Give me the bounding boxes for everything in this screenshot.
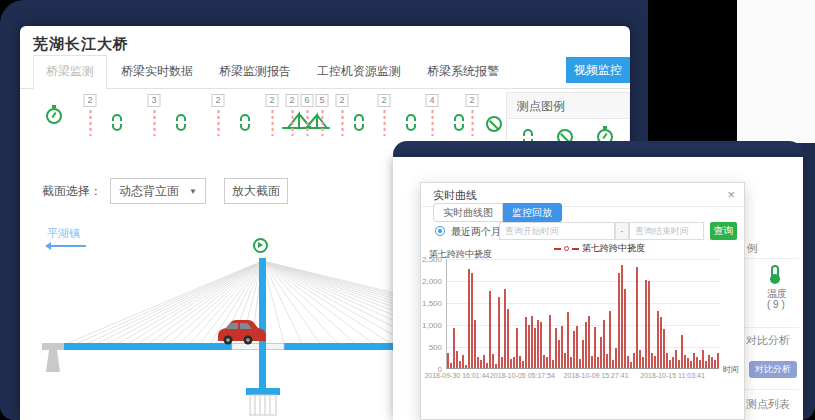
chart-bar [513,357,515,368]
sensor-count-badge[interactable]: 2 [336,94,349,107]
chart-bar [567,312,569,368]
sensor-point[interactable]: 2 [286,94,299,136]
sensor-dash-line [341,110,343,136]
chart-bar [594,327,596,368]
dialog-tab-实时曲线图[interactable]: 实时曲线图 [433,203,503,222]
sensor-dash-line [383,110,385,136]
sensor-dash-line [471,110,473,136]
tower-pier-columns [250,395,276,415]
y-tick-label: 500 [421,343,442,352]
query-end-input[interactable] [629,222,704,240]
chart-bar [678,360,680,368]
video-monitor-button[interactable]: 视频监控 [566,57,630,83]
chart-bar [504,289,506,368]
sensor-count-badge[interactable]: 2 [466,94,479,107]
chart-bar [585,322,587,368]
chart-bar [528,325,530,368]
sensor-count-badge[interactable]: 2 [378,94,391,107]
thermometer-icon[interactable] [771,265,779,279]
chart-bar [450,363,452,368]
chart-bar [699,360,701,368]
sensor-point[interactable]: 5 [316,94,329,136]
tab-桥梁系统报警[interactable]: 桥梁系统报警 [427,63,499,88]
sensor-count-badge[interactable]: 2 [212,94,225,107]
chart-bar [582,340,584,368]
sensor-point[interactable]: 2 [266,94,279,136]
chart-bar [474,320,476,368]
tab-桥梁监测报告[interactable]: 桥梁监测报告 [219,63,291,88]
x-tick-label: 2018-10-05 05:17:54 [482,372,562,379]
legend-marker [554,248,561,250]
close-icon[interactable]: × [727,187,735,203]
chart-bar [642,357,644,368]
sensor-point[interactable]: 2 [336,94,349,136]
chart-bar [690,361,692,368]
chart-bar [519,356,521,368]
overlay-window: 例 温度 ( 9 ) 对比分析 对比分析 测点列表 实时曲线 × 实时曲线图监控… [393,141,803,420]
x-tick-label: 2018-10-15 11:03:41 [633,372,713,379]
query-button[interactable]: 查询 [710,222,737,240]
deck-joint [232,344,284,350]
realtime-curve-dialog: 实时曲线 × 实时曲线图监控回放 最近两个月 - 查询 第七跨跨中挠度 [420,182,745,420]
link-icon[interactable] [176,114,186,135]
tab-桥梁监测[interactable]: 桥梁监测 [33,55,107,89]
legend-marker [564,246,569,251]
sensor-count-badge[interactable]: 4 [426,94,439,107]
sensor-count-badge[interactable]: 2 [84,94,97,107]
chart-bar [489,291,491,368]
chart-bar [627,356,629,368]
dialog-tabbar: 实时曲线图监控回放 [433,203,562,222]
chart-bar [708,355,710,368]
overlay-window-titlebar [393,141,803,157]
sensor-count-badge[interactable]: 5 [316,94,329,107]
dialog-tab-监控回放[interactable]: 监控回放 [503,203,562,222]
sensor-dash-line [153,110,155,136]
chart-bar [534,328,536,368]
chart-bar [549,315,551,368]
y-tick-label: 1,000 [421,321,442,330]
chart-bar [522,361,524,368]
sensor-count-badge[interactable]: 2 [286,94,299,107]
enlarge-section-button[interactable]: 放大截面 [224,178,288,204]
chart-legend[interactable]: 第七跨跨中挠度 [554,242,645,255]
sensor-count-badge[interactable]: 6 [301,94,314,107]
sensor-point[interactable]: 2 [466,94,479,136]
sensor-count-badge[interactable]: 3 [148,94,161,107]
tab-工控机资源监测[interactable]: 工控机资源监测 [317,63,401,88]
chart-bar [621,265,623,368]
sensor-point[interactable]: 2 [84,94,97,136]
tab-桥梁实时数据[interactable]: 桥梁实时数据 [121,63,193,88]
tower-sensor-icon[interactable] [253,238,268,253]
sensor-point[interactable]: 2 [378,94,391,136]
chart-bar [651,353,653,368]
chart-bar [576,326,578,368]
sensor-dash-line [89,110,91,136]
link-icon[interactable] [406,114,416,135]
sensor-point[interactable]: 3 [148,94,161,136]
chart-bar [675,350,677,369]
query-row: 最近两个月 - 查询 [421,222,744,240]
query-start-input[interactable] [499,222,615,240]
chart-bar [498,297,500,368]
sensor-count-badge[interactable]: 2 [266,94,279,107]
compare-analysis-button[interactable]: 对比分析 [749,361,797,378]
section-dropdown[interactable]: 动态背立面 ▼ [110,178,206,204]
chart-bar [603,320,605,368]
link-icon[interactable] [454,114,464,135]
tower-pier-cap [246,388,280,395]
chart-bar [453,328,455,368]
chart-bar [540,322,542,368]
link-icon[interactable] [112,114,122,135]
section-controls: 截面选择： 动态背立面 ▼ 放大截面 [42,178,288,204]
range-separator: - [615,222,629,240]
sensor-point[interactable]: 2 [212,94,225,136]
chart-bar [684,355,686,368]
recent-two-months-radio[interactable] [435,226,445,236]
chart-bar [501,357,503,368]
link-icon[interactable] [354,114,364,135]
sensor-point[interactable]: 6 [301,94,314,136]
link-icon[interactable] [240,114,250,135]
sensor-point[interactable]: 4 [426,94,439,136]
chart-bar [693,353,695,368]
chart-bar [507,309,509,368]
